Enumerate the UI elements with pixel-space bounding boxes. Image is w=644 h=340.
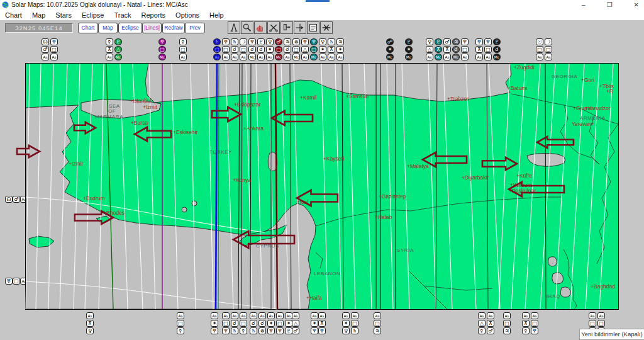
glyph-chip: □ — [158, 46, 166, 53]
glyph-chip: ☌ — [284, 46, 291, 53]
glyph-chip: ♅ — [531, 327, 538, 334]
compass-icon[interactable] — [228, 21, 240, 34]
scissors-icon[interactable] — [267, 21, 280, 34]
glyph-chip: △ — [292, 320, 299, 327]
toolbar-button-lines[interactable]: |Lines| — [142, 23, 162, 33]
toolbar-button-chart[interactable]: Chart — [78, 23, 98, 33]
glyph-chip: As — [478, 312, 486, 319]
crosshair-icon[interactable] — [294, 21, 306, 34]
glyph-chip: ♀ — [266, 38, 274, 45]
glyph-chip: As — [257, 54, 265, 60]
toolbar-button-prev[interactable]: Prev — [185, 23, 205, 33]
menu-item-eclipse[interactable]: Eclipse — [77, 11, 109, 20]
glyph-chip: □ — [351, 320, 358, 327]
glyph-chip: As — [461, 54, 469, 60]
coordinates-display: 32N25 045E14 — [5, 23, 73, 33]
glyph-chip: □ — [589, 320, 596, 327]
wrench-icon[interactable] — [320, 21, 333, 34]
glyph-chip: As — [86, 312, 94, 319]
city-label: +R — [606, 88, 613, 94]
city-label: +Rhodes — [103, 210, 125, 216]
glyph-chip: ☌ — [231, 320, 238, 327]
toolbar-button-eclipse[interactable]: Eclipse — [118, 23, 142, 33]
notes-icon[interactable] — [307, 21, 319, 34]
glyph-chip: ♆ — [461, 38, 469, 45]
city-label: +Gori — [581, 77, 594, 83]
glyph-chip: ♃ — [452, 38, 460, 45]
glyph-chip: ✶ — [266, 46, 274, 53]
glyph-chip: As — [276, 312, 284, 319]
iraq-lake — [560, 287, 570, 297]
glyph-chip: ♇ — [493, 38, 501, 45]
glyph-chip: ☌ — [258, 320, 266, 327]
glyph-chip: Mc — [452, 54, 460, 60]
toolbar-button-map[interactable]: Map — [98, 23, 118, 33]
minimize-button[interactable]: – — [582, 1, 586, 8]
glyph-chip: ⊼ — [443, 46, 451, 53]
lake — [182, 207, 187, 212]
glyph-chip: ♃ — [503, 327, 511, 334]
glyph-chip: Mc — [435, 54, 442, 60]
glyph-chip: Mc — [292, 54, 300, 60]
zoom-icon[interactable] — [241, 21, 253, 34]
glyph-chip: As — [531, 312, 538, 319]
glyph-chip: ♃ — [374, 327, 381, 334]
glyph-chip: As — [222, 54, 230, 60]
menu-item-chart[interactable]: Chart — [0, 11, 27, 20]
glyph-chip: As — [536, 54, 543, 60]
glyph-chip: As — [487, 312, 494, 319]
glyph-chip: ⊼ — [106, 46, 113, 53]
glyph-chip: ♅ — [158, 38, 166, 45]
glyph-chip: ♆ — [222, 327, 230, 334]
clamp-icon[interactable] — [280, 21, 293, 34]
glyph-chip: □ — [276, 320, 284, 327]
menu-item-help[interactable]: Help — [204, 11, 229, 20]
glyph-chip: As — [336, 54, 344, 60]
pan-hand-icon[interactable] — [254, 21, 267, 34]
taskbar-accent-strip — [306, 0, 330, 2]
glyph-chip: □ — [50, 46, 58, 53]
menu-item-map[interactable]: Map — [27, 11, 50, 20]
close-button[interactable]: ✕ — [634, 1, 639, 8]
glyph-chip: ♅ — [301, 38, 309, 45]
city-label: +Malatya — [407, 163, 429, 169]
city-label: +Vanadzor — [585, 105, 611, 111]
city-label: +Bodrum — [83, 195, 105, 201]
menu-item-stars[interactable]: Stars — [50, 11, 77, 20]
window-title: Solar Maps: 10.07.2025 Oglak dolunayi - … — [11, 1, 188, 8]
city-label: +Istanbul — [130, 98, 152, 104]
glyph-chip: Mc — [248, 54, 256, 60]
glyph-chip: ☌ — [250, 320, 257, 327]
glyph-chip: As — [351, 312, 358, 319]
city-label: +Izmir — [69, 161, 84, 167]
glyph-chip: ☿ — [177, 327, 184, 334]
map-canvas[interactable]: +Istanbul+Izmit+Bursa+Eskisehir+Eskipaza… — [25, 63, 619, 310]
city-label: +Icel — [297, 199, 308, 205]
restore-button[interactable]: ❐ — [607, 1, 613, 8]
menu-item-options[interactable]: Options — [170, 11, 204, 20]
glyph-chip: Mc — [275, 54, 282, 60]
glyph-chip: ⊗ — [292, 38, 300, 45]
glyph-chip: As — [484, 54, 492, 60]
toolbar-button-redraw[interactable]: Redraw — [162, 23, 185, 33]
glyph-chip: Mc — [405, 54, 413, 60]
glyph-chip: As — [258, 312, 266, 319]
glyph-chip: □ — [461, 46, 469, 53]
glyph-chip: □ — [310, 46, 318, 53]
glyph-chip: □ — [484, 46, 492, 53]
glyph-chip: △ — [301, 46, 309, 53]
menu-item-track[interactable]: Track — [109, 11, 136, 20]
glyph-chip: Mc — [310, 54, 318, 60]
glyph-chip: As — [426, 54, 433, 60]
astro-line — [387, 64, 393, 309]
glyph-chip: As — [42, 54, 49, 60]
city-label: +Trabzon — [447, 96, 470, 102]
glyph-chip: ♃ — [336, 38, 344, 45]
astro-line — [540, 64, 555, 309]
glyph-chip: As — [50, 54, 58, 60]
glyph-chip: As — [267, 312, 275, 319]
glyph-chip: ☽ — [240, 38, 247, 45]
city-label: +Batumi — [508, 85, 528, 91]
glyph-chip: ♂ — [42, 46, 49, 53]
menu-item-reports[interactable]: Reports — [136, 11, 171, 20]
